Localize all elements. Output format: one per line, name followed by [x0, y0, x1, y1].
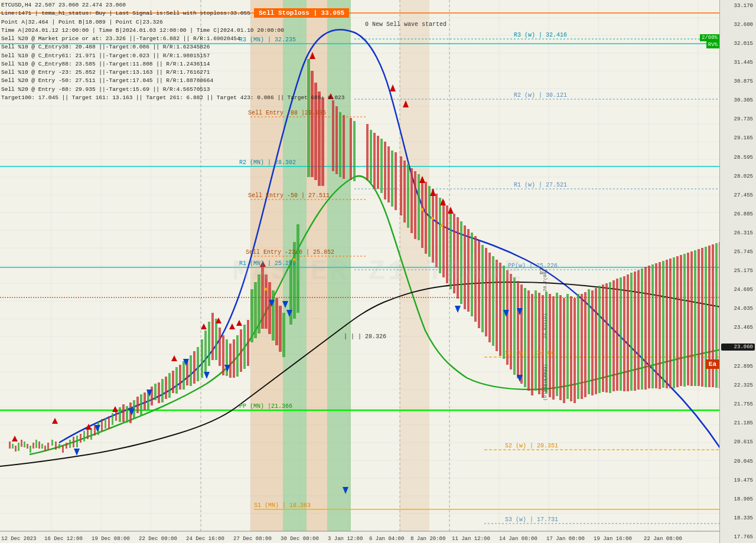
svg-rect-222: [577, 294, 579, 399]
svg-rect-128: [211, 313, 214, 360]
svg-rect-134: [233, 339, 235, 378]
price-28595: 28.595: [721, 155, 755, 161]
svg-rect-244: [655, 263, 657, 388]
svg-text:19 Dec 08:00: 19 Dec 08:00: [92, 536, 130, 542]
svg-rect-85: [58, 444, 60, 449]
price-23465: 23.465: [721, 325, 755, 331]
info-line-3: Time A|2024.01.12 12:00:00 | Time B|2024…: [1, 27, 345, 35]
price-26885: 26.885: [721, 211, 755, 217]
svg-rect-234: [620, 277, 622, 391]
green-badge-1: 2/00%: [700, 34, 719, 41]
price-24035: 24.035: [721, 306, 755, 312]
price-31445: 31.445: [721, 60, 755, 66]
svg-text:3 Jan 12:00: 3 Jan 12:00: [328, 536, 363, 542]
svg-text:0 New Sell wave started: 0 New Sell wave started: [365, 21, 447, 28]
svg-text:| | | 28.326: | | | 28.326: [344, 333, 386, 340]
svg-rect-135: [236, 335, 239, 377]
svg-rect-83: [51, 440, 53, 446]
info-line-10: Sell %20 @ Entry -88: 29.935 ||-Target:1…: [1, 86, 345, 94]
svg-rect-78: [35, 440, 37, 448]
price-29735: 29.735: [721, 116, 755, 122]
svg-text:19 Jan 16:00: 19 Jan 16:00: [594, 536, 632, 542]
price-17765: 17.765: [721, 534, 755, 540]
svg-rect-115: [165, 377, 167, 399]
price-18905: 18.905: [721, 496, 755, 502]
price-18335: 18.335: [721, 515, 755, 521]
svg-rect-225: [588, 289, 590, 394]
svg-rect-72: [18, 443, 19, 451]
svg-text:30 Dec 00:00: 30 Dec 00:00: [281, 536, 319, 542]
price-21755: 21.755: [721, 401, 755, 407]
svg-rect-144: [268, 282, 271, 334]
svg-rect-221: [573, 298, 576, 403]
ea-badge: Ea: [706, 359, 719, 369]
svg-text:28.7(08): 28.7(08): [542, 269, 548, 292]
svg-rect-243: [651, 264, 654, 388]
svg-rect-123: [193, 351, 195, 384]
svg-rect-159: [339, 112, 341, 177]
svg-rect-173: [403, 161, 406, 223]
svg-rect-155: [318, 91, 321, 186]
svg-rect-178: [421, 178, 423, 248]
svg-rect-73: [21, 440, 22, 447]
svg-rect-71: [15, 446, 17, 452]
svg-rect-119: [179, 365, 181, 390]
svg-rect-79: [38, 441, 40, 449]
svg-rect-179: [425, 182, 427, 254]
svg-rect-129: [215, 319, 217, 360]
svg-rect-93: [87, 430, 89, 439]
svg-rect-97: [101, 419, 103, 431]
svg-text:R1 (w) | 27.521: R1 (w) | 27.521: [514, 182, 567, 188]
svg-rect-224: [584, 292, 586, 397]
price-32015: 32.015: [721, 41, 755, 47]
svg-text:14 Jan 08:00: 14 Jan 08:00: [499, 536, 537, 542]
svg-text:24 Dec 16:00: 24 Dec 16:00: [186, 536, 224, 542]
svg-rect-249: [673, 257, 675, 388]
svg-rect-164: [370, 130, 372, 183]
svg-point-299: [421, 208, 424, 211]
svg-text:S2 (w) | 20.351: S2 (w) | 20.351: [505, 443, 558, 449]
svg-text:S1 (w) | 24.06: S1 (w) | 24.06: [505, 350, 555, 356]
svg-rect-251: [680, 255, 682, 386]
price-28025: 28.025: [721, 174, 755, 179]
svg-rect-163: [366, 124, 369, 180]
svg-rect-146: [275, 298, 278, 345]
info-line-9: Sell %20 @ Entry -50: 27.511 ||-Target:1…: [1, 77, 345, 85]
svg-rect-204: [513, 277, 516, 375]
svg-rect-136: [240, 329, 242, 372]
svg-rect-226: [591, 290, 594, 395]
info-line-1: Line:1471 | tema_h1_status: Buy | Last S…: [1, 9, 345, 18]
svg-rect-87: [66, 443, 67, 449]
svg-rect-75: [27, 444, 28, 449]
svg-rect-231: [609, 282, 611, 393]
svg-rect-171: [395, 152, 397, 210]
info-line-2: Point A|32.464 | Point B|18.089 | Point …: [1, 18, 345, 27]
svg-rect-175: [410, 168, 413, 233]
svg-rect-104: [126, 406, 128, 423]
svg-text:27 Dec 08:00: 27 Dec 08:00: [233, 536, 272, 542]
price-32600: 32.600: [721, 22, 755, 28]
info-line-6: Sell %10 @ C_Entry61: 21.971 ||-Target:0…: [1, 52, 345, 60]
svg-rect-218: [563, 298, 565, 403]
price-26315: 26.315: [721, 230, 755, 236]
svg-rect-215: [552, 296, 555, 400]
svg-text:S1 (MN) | 18.363: S1 (MN) | 18.363: [254, 502, 311, 509]
svg-text:22 Dec 00:00: 22 Dec 00:00: [139, 536, 177, 542]
svg-rect-92: [83, 431, 85, 441]
svg-rect-229: [602, 284, 604, 392]
svg-text:8 Jan 20:00: 8 Jan 20:00: [410, 536, 445, 542]
price-25175: 25.175: [721, 268, 755, 274]
svg-rect-250: [676, 256, 679, 387]
green-badge-2: RV%: [706, 41, 719, 48]
svg-rect-99: [108, 416, 110, 429]
svg-rect-172: [400, 156, 402, 215]
svg-text:Sell Entry -23.6 | 25.852: Sell Entry -23.6 | 25.852: [246, 249, 334, 256]
svg-rect-223: [581, 294, 583, 399]
svg-rect-235: [623, 276, 625, 391]
svg-rect-252: [683, 254, 686, 387]
svg-rect-220: [570, 296, 572, 401]
svg-rect-241: [644, 267, 647, 390]
svg-rect-88: [69, 440, 71, 448]
svg-text:11 Jan 12:00: 11 Jan 12:00: [452, 536, 490, 542]
svg-rect-111: [151, 387, 153, 405]
